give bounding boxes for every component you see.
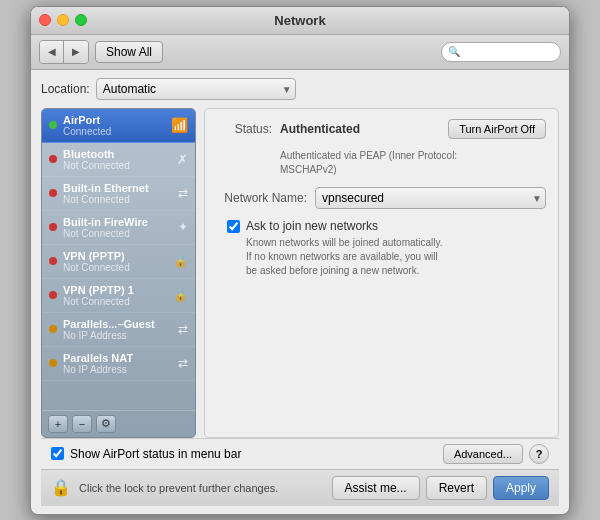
lock-icon: 🔒 <box>51 478 71 497</box>
settings-network-button[interactable]: ⚙ <box>96 415 116 433</box>
location-label: Location: <box>41 82 90 96</box>
apply-button[interactable]: Apply <box>493 476 549 500</box>
sidebar-item-status-vpn: Not Connected <box>63 262 167 273</box>
show-all-button[interactable]: Show All <box>95 41 163 63</box>
assist-me-button[interactable]: Assist me... <box>332 476 420 500</box>
parallels-nat-icon: ⇄ <box>178 356 188 370</box>
search-box[interactable]: 🔍 <box>441 42 561 62</box>
sidebar-item-airport[interactable]: AirPort Connected 📶 <box>42 109 195 143</box>
network-name-label: Network Name: <box>217 191 307 205</box>
status-dot-parallels-guest <box>49 325 57 333</box>
toolbar: ◀ ▶ Show All 🔍 <box>31 35 569 70</box>
sidebar-item-name-parallels-guest: Parallels...–Guest <box>63 318 172 330</box>
sidebar-item-status-airport: Connected <box>63 126 165 137</box>
network-window: Network ◀ ▶ Show All 🔍 Location: Automat… <box>30 6 570 515</box>
location-select[interactable]: Automatic Edit Locations... <box>96 78 296 100</box>
sidebar-item-name-firewire: Built-in FireWire <box>63 216 172 228</box>
bottom-buttons: Assist me... Revert Apply <box>332 476 549 500</box>
location-select-wrapper: Automatic Edit Locations... ▼ <box>96 78 296 100</box>
show-airport-checkbox[interactable] <box>51 447 64 460</box>
sidebar-item-status-parallels-guest: No IP Address <box>63 330 172 341</box>
nav-buttons: ◀ ▶ <box>39 40 89 64</box>
auth-detail: Authenticated via PEAP (Inner Protocol:M… <box>280 149 546 177</box>
detail-panel: Status: Authenticated Turn AirPort Off A… <box>204 108 559 438</box>
status-value: Authenticated <box>280 122 360 136</box>
remove-network-button[interactable]: − <box>72 415 92 433</box>
back-button[interactable]: ◀ <box>40 41 64 63</box>
sidebar-item-vpn[interactable]: VPN (PPTP) Not Connected 🔒 <box>42 245 195 279</box>
status-dot-ethernet <box>49 189 57 197</box>
revert-button[interactable]: Revert <box>426 476 487 500</box>
checkbox-row: Ask to join new networks Known networks … <box>227 219 546 278</box>
sidebar-item-status-ethernet: Not Connected <box>63 194 172 205</box>
main-panel: AirPort Connected 📶 Bluetooth Not Connec… <box>41 108 559 438</box>
show-airport-label[interactable]: Show AirPort status in menu bar <box>70 447 241 461</box>
lock-bar: 🔒 Click the lock to prevent further chan… <box>41 469 559 506</box>
turn-off-button[interactable]: Turn AirPort Off <box>448 119 546 139</box>
show-status-row: Show AirPort status in menu bar <box>51 447 437 461</box>
status-row: Status: Authenticated Turn AirPort Off <box>217 119 546 139</box>
content-area: Location: Automatic Edit Locations... ▼ <box>31 70 569 514</box>
firewire-icon: ✦ <box>178 220 188 234</box>
zoom-button[interactable] <box>75 14 87 26</box>
sidebar-item-firewire[interactable]: Built-in FireWire Not Connected ✦ <box>42 211 195 245</box>
sidebar-item-name-airport: AirPort <box>63 114 165 126</box>
wifi-icon: 📶 <box>171 117 188 133</box>
ask-join-label[interactable]: Ask to join new networks <box>246 219 378 233</box>
minimize-button[interactable] <box>57 14 69 26</box>
sidebar-footer: + − ⚙ <box>42 410 195 437</box>
status-dot-parallels-nat <box>49 359 57 367</box>
network-select-wrapper: vpnsecured ▼ <box>315 187 546 209</box>
close-button[interactable] <box>39 14 51 26</box>
status-dot-airport <box>49 121 57 129</box>
sidebar-item-parallels-guest[interactable]: Parallels...–Guest No IP Address ⇄ <box>42 313 195 347</box>
sidebar-item-parallels-nat[interactable]: Parallels NAT No IP Address ⇄ <box>42 347 195 381</box>
status-dot-firewire <box>49 223 57 231</box>
location-row: Location: Automatic Edit Locations... ▼ <box>41 78 559 100</box>
traffic-lights <box>39 14 87 26</box>
sidebar-item-status-bluetooth: Not Connected <box>63 160 171 171</box>
sidebar-list: AirPort Connected 📶 Bluetooth Not Connec… <box>42 109 195 410</box>
sidebar-item-vpn1[interactable]: VPN (PPTP) 1 Not Connected 🔒 <box>42 279 195 313</box>
status-dot-vpn <box>49 257 57 265</box>
parallels-guest-icon: ⇄ <box>178 322 188 336</box>
titlebar: Network <box>31 7 569 35</box>
network-name-select[interactable]: vpnsecured <box>315 187 546 209</box>
advanced-button[interactable]: Advanced... <box>443 444 523 464</box>
checkbox-description: Known networks will be joined automatica… <box>246 236 443 278</box>
bluetooth-icon: ✗ <box>177 152 188 167</box>
add-network-button[interactable]: + <box>48 415 68 433</box>
sidebar-item-bluetooth[interactable]: Bluetooth Not Connected ✗ <box>42 143 195 177</box>
bottom-bar: Show AirPort status in menu bar Advanced… <box>41 438 559 469</box>
sidebar-item-name-bluetooth: Bluetooth <box>63 148 171 160</box>
sidebar-item-name-parallels-nat: Parallels NAT <box>63 352 172 364</box>
lock2-icon: 🔒 <box>173 288 188 302</box>
status-label: Status: <box>217 122 272 136</box>
lock-icon: 🔒 <box>173 254 188 268</box>
sidebar-item-status-firewire: Not Connected <box>63 228 172 239</box>
sidebar-item-status-parallels-nat: No IP Address <box>63 364 172 375</box>
help-button[interactable]: ? <box>529 444 549 464</box>
sidebar-item-status-vpn1: Not Connected <box>63 296 167 307</box>
sidebar-item-name-vpn: VPN (PPTP) <box>63 250 167 262</box>
sidebar-item-name-vpn1: VPN (PPTP) 1 <box>63 284 167 296</box>
window-title: Network <box>274 13 325 28</box>
forward-button[interactable]: ▶ <box>64 41 88 63</box>
status-dot-bluetooth <box>49 155 57 163</box>
ask-join-checkbox[interactable] <box>227 220 240 233</box>
sidebar-item-ethernet[interactable]: Built-in Ethernet Not Connected ⇄ <box>42 177 195 211</box>
lock-text: Click the lock to prevent further change… <box>79 482 324 494</box>
ethernet-icon: ⇄ <box>178 186 188 200</box>
network-name-row: Network Name: vpnsecured ▼ <box>217 187 546 209</box>
search-icon: 🔍 <box>448 46 460 57</box>
sidebar-item-name-ethernet: Built-in Ethernet <box>63 182 172 194</box>
status-dot-vpn1 <box>49 291 57 299</box>
sidebar: AirPort Connected 📶 Bluetooth Not Connec… <box>41 108 196 438</box>
